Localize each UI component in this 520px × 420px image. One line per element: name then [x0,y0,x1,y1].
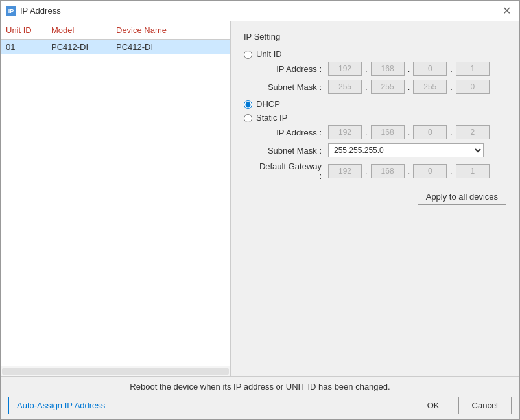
static-ip-label: IP Address : [257,128,322,137]
default-gateway-row: Default Gateway : . . . [257,161,506,181]
unit-id-ip-octet-3[interactable] [413,62,447,76]
cell-model: PC412-DI [51,42,116,52]
unit-id-radio-item: Unit ID [244,49,506,59]
default-gateway-label: Default Gateway : [257,161,322,181]
auto-assign-button[interactable]: Auto-Assign IP Address [8,397,113,414]
gateway-octet-4[interactable] [456,164,490,178]
table-row[interactable]: 01 PC412-DI PC412-DI [1,40,230,54]
bottom-buttons: Auto-Assign IP Address OK Cancel [8,397,512,414]
col-header-unit-id: Unit ID [6,25,51,35]
sep11: . [407,167,411,176]
static-ip-octet-1[interactable] [328,125,362,139]
static-ip-octet-2[interactable] [371,125,405,139]
right-panel: IP Setting Unit ID IP Address : . . . [231,21,519,376]
unit-id-subnet-octet-3[interactable] [413,80,447,94]
horizontal-scrollbar[interactable] [1,366,230,376]
ip-address-dialog: IP IP Address ✕ Unit ID Model Device Nam… [0,0,520,420]
unit-id-subnet-octet-4[interactable] [456,80,490,94]
sep3: . [449,64,453,74]
cell-device-name: PC412-DI [116,42,225,52]
ok-cancel-group: OK Cancel [414,397,512,414]
unit-id-ip-octet-2[interactable] [371,62,405,76]
static-ip-radio[interactable] [244,114,252,122]
col-header-model: Model [51,25,116,35]
unit-id-ip-octet-4[interactable] [456,62,490,76]
ip-setting-title: IP Setting [244,32,506,41]
left-panel: Unit ID Model Device Name 01 PC412-DI PC… [1,21,231,376]
apply-all-devices-button[interactable]: Apply to all devices [418,189,506,205]
col-header-device-name: Device Name [116,25,225,35]
static-subnet-label: Subnet Mask : [257,146,322,156]
dialog-icon: IP [6,6,16,16]
sep10: . [364,167,368,176]
dhcp-radio-label: DHCP [256,99,280,109]
status-message: Reboot the device when its IP address or… [8,382,512,391]
dialog-content: Unit ID Model Device Name 01 PC412-DI PC… [1,21,519,376]
unit-id-ip-row: IP Address : . . . [257,62,506,76]
sep9: . [449,128,453,137]
static-ip-fields: IP Address : . . . Subnet Mask : 255.255… [257,125,506,181]
title-bar: IP IP Address ✕ [1,1,519,21]
cell-unit-id: 01 [6,42,51,52]
sep5: . [407,82,411,92]
close-button[interactable]: ✕ [499,3,514,19]
dhcp-radio[interactable] [244,100,252,109]
dialog-title: IP Address [20,6,61,16]
static-ip-octet-4[interactable] [456,125,490,139]
gateway-octet-1[interactable] [328,164,362,178]
unit-id-subnet-row: Subnet Mask : . . . [257,80,506,94]
sep1: . [364,64,368,74]
device-table-body: 01 PC412-DI PC412-DI [1,40,230,366]
static-ip-row: IP Address : . . . [257,125,506,139]
cancel-button[interactable]: Cancel [458,397,512,414]
static-ip-radio-item: Static IP [244,113,506,122]
unit-id-subnet-label: Subnet Mask : [257,82,322,92]
table-header: Unit ID Model Device Name [1,21,230,40]
title-bar-left: IP IP Address [6,6,61,16]
sep4: . [364,82,368,92]
static-subnet-row: Subnet Mask : 255.255.255.0 255.255.0.0 … [257,143,506,158]
sep2: . [407,64,411,74]
unit-id-radio-label: Unit ID [256,49,282,59]
gateway-octet-3[interactable] [413,164,447,178]
scrollbar-track [2,368,229,375]
unit-id-subnet-octet-1[interactable] [328,80,362,94]
sep12: . [449,167,453,176]
gateway-octet-2[interactable] [371,164,405,178]
sep7: . [364,128,368,137]
subnet-mask-select[interactable]: 255.255.255.0 255.255.0.0 255.0.0.0 [328,143,484,158]
unit-id-radio[interactable] [244,51,252,59]
bottom-bar: Reboot the device when its IP address or… [1,376,519,419]
static-ip-radio-label: Static IP [256,113,287,122]
unit-id-ip-label: IP Address : [257,64,322,74]
sep6: . [449,82,453,92]
sep8: . [407,128,411,137]
unit-id-ip-fields: IP Address : . . . Subnet Mask : . . [257,62,506,94]
ok-button[interactable]: OK [414,397,453,414]
unit-id-ip-octet-1[interactable] [328,62,362,76]
static-ip-octet-3[interactable] [413,125,447,139]
unit-id-subnet-octet-2[interactable] [371,80,405,94]
dhcp-radio-item: DHCP [244,99,506,109]
